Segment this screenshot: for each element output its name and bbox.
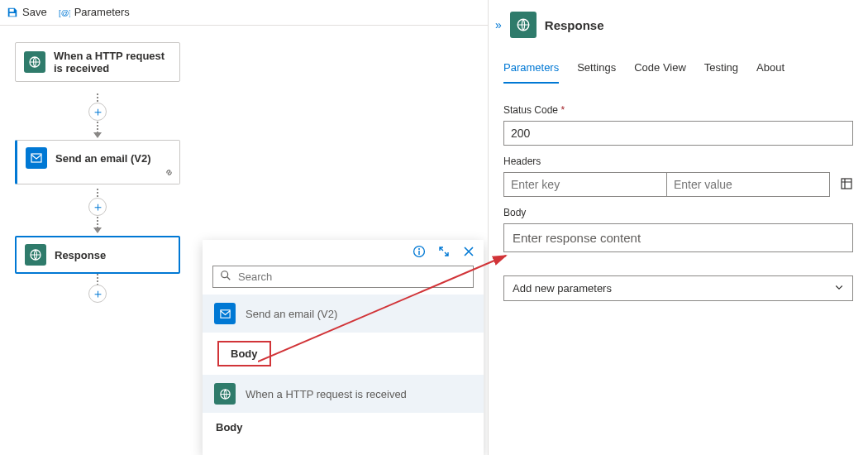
body-label: Body <box>503 207 853 218</box>
link-icon <box>164 167 174 180</box>
chevron-down-icon <box>834 282 844 295</box>
picker-group-email[interactable]: Send an email (V2) <box>203 295 484 333</box>
svg-point-5 <box>418 248 420 250</box>
parameters-button[interactable]: [@] Parameters <box>59 6 130 18</box>
tab-settings[interactable]: Settings <box>577 61 616 84</box>
svg-rect-8 <box>220 309 229 317</box>
add-action-button[interactable]: ＋ <box>88 285 107 303</box>
tab-code-view[interactable]: Code View <box>634 61 686 84</box>
tab-testing[interactable]: Testing <box>704 61 738 84</box>
picker-group-http[interactable]: When a HTTP request is received <box>203 375 484 413</box>
picker-search[interactable] <box>212 266 474 288</box>
details-tabs: Parameters Settings Code View Testing Ab… <box>489 46 868 84</box>
connector: ＋ <box>97 274 98 307</box>
parameters-icon: [@] <box>59 7 70 18</box>
parameters-label: Parameters <box>74 6 130 18</box>
globe-icon <box>25 244 46 266</box>
header-key-input[interactable] <box>503 172 666 197</box>
table-mode-icon[interactable] <box>840 177 853 193</box>
node-response[interactable]: Response <box>15 236 180 274</box>
node-label: Send an email (V2) <box>55 152 151 165</box>
collapse-icon[interactable]: » <box>495 18 502 31</box>
svg-text:[@]: [@] <box>59 7 70 17</box>
svg-rect-6 <box>418 251 419 255</box>
search-icon <box>220 270 231 284</box>
expand-icon[interactable] <box>437 245 451 261</box>
picker-item-body[interactable]: Body <box>203 333 484 375</box>
mail-icon <box>214 303 236 324</box>
picker-group-label: Send an email (V2) <box>246 308 337 320</box>
picker-item-body[interactable]: Body <box>203 413 484 442</box>
tab-parameters[interactable]: Parameters <box>503 61 559 84</box>
node-send-email[interactable]: Send an email (V2) <box>15 140 180 184</box>
dynamic-content-picker: Send an email (V2) Body When a HTTP requ… <box>203 240 484 455</box>
save-button[interactable]: Save <box>7 6 47 18</box>
node-label: Response <box>55 249 106 261</box>
close-icon[interactable] <box>462 245 475 261</box>
globe-icon <box>24 51 45 73</box>
headers-label: Headers <box>503 156 853 167</box>
add-new-parameters[interactable]: Add new parameters <box>503 275 853 301</box>
save-icon <box>7 7 18 18</box>
add-action-button[interactable]: ＋ <box>88 198 107 216</box>
tab-about[interactable]: About <box>756 61 785 84</box>
save-label: Save <box>22 6 47 18</box>
picker-item-label: Body <box>216 421 243 433</box>
search-input[interactable] <box>238 271 466 283</box>
add-new-parameters-label: Add new parameters <box>513 282 612 295</box>
globe-icon <box>510 12 537 38</box>
add-action-button[interactable]: ＋ <box>88 103 107 121</box>
picker-item-label: Body <box>217 341 271 366</box>
svg-point-7 <box>222 271 228 278</box>
svg-rect-2 <box>31 154 41 162</box>
status-code-label: Status Code * <box>503 104 853 116</box>
header-value-input[interactable] <box>666 172 830 197</box>
details-panel: » Response Parameters Settings Code View… <box>488 0 868 455</box>
body-input[interactable]: Enter response content <box>503 223 853 252</box>
details-title: Response <box>545 18 604 32</box>
node-label: When a HTTP request is received <box>54 50 171 74</box>
info-icon[interactable] <box>413 245 426 261</box>
picker-group-label: When a HTTP request is received <box>246 388 407 400</box>
svg-rect-11 <box>842 179 851 189</box>
status-code-input[interactable] <box>503 121 853 146</box>
globe-icon <box>214 383 236 405</box>
mail-icon <box>26 147 47 169</box>
connector: ＋ <box>97 93 98 139</box>
connector: ＋ <box>97 189 98 234</box>
node-http-trigger[interactable]: When a HTTP request is received <box>15 42 180 82</box>
